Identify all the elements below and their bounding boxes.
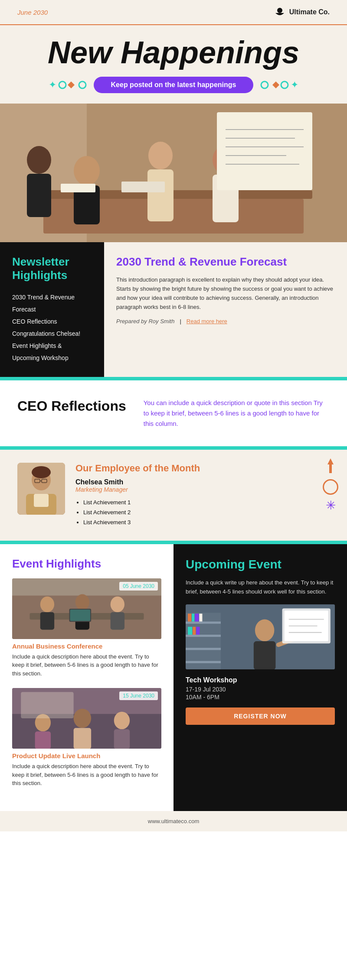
svg-rect-0 xyxy=(277,8,282,13)
event-desc-2: Include a quick description here about t… xyxy=(12,762,161,788)
list-item: CEO Reflections xyxy=(12,315,92,328)
upcoming-column: Upcoming Event Include a quick write up … xyxy=(174,544,347,811)
employee-deco: ✳ xyxy=(323,458,338,513)
svg-rect-48 xyxy=(70,610,91,621)
list-item: Event Highlights & xyxy=(12,340,92,352)
event-image-2: 15 June 2030 xyxy=(12,688,161,749)
deco-shapes-right xyxy=(259,80,289,90)
list-item: Upcoming Workshop xyxy=(12,352,92,364)
svg-point-12 xyxy=(27,146,51,174)
achievement-item: List Achievement 1 xyxy=(83,497,330,507)
upcoming-time: 10AM - 6PM xyxy=(186,694,335,701)
teal-divider-3 xyxy=(0,541,347,544)
svg-rect-64 xyxy=(186,661,221,663)
event-name-1: Annual Business Conference xyxy=(12,643,161,650)
svg-rect-42 xyxy=(40,612,54,630)
svg-rect-61 xyxy=(186,622,221,624)
employee-photo xyxy=(17,463,65,515)
employee-section: Our Employee of the Month Chelsea Smith … xyxy=(0,450,347,541)
hero-scene-svg xyxy=(0,104,347,242)
deco-left: ✦ xyxy=(49,79,88,91)
snowflake-left-icon: ✦ xyxy=(49,79,56,91)
svg-rect-62 xyxy=(186,635,221,637)
ceo-title: CEO Reflections xyxy=(17,398,126,414)
svg-point-41 xyxy=(40,596,54,612)
svg-rect-66 xyxy=(192,613,194,621)
register-button[interactable]: REGISTER NOW xyxy=(186,707,335,725)
upcoming-title: Upcoming Event xyxy=(186,557,335,572)
logo: Ultimate Co. xyxy=(274,6,330,18)
employee-role: Marketing Manager xyxy=(75,486,330,493)
svg-rect-46 xyxy=(111,612,124,630)
hero-title-section: New Happenings xyxy=(0,25,347,70)
deco-shapes-left xyxy=(58,80,88,90)
forecast-footer: Prepared by Roy Smith | Read more here xyxy=(116,318,335,325)
deco-arrow-icon xyxy=(324,458,337,476)
snowflake-right-icon: ✦ xyxy=(291,79,298,91)
svg-point-43 xyxy=(75,594,89,610)
event-date-2: 15 June 2030 xyxy=(119,691,158,700)
svg-rect-73 xyxy=(254,641,276,669)
tagline-pill: Keep posted on the latest happenings xyxy=(94,77,254,93)
svg-marker-5 xyxy=(272,81,279,88)
upcoming-event-name: Tech Workshop xyxy=(186,676,335,684)
svg-rect-32 xyxy=(34,494,49,507)
forecast-title: 2030 Trend & Revenue Forecast xyxy=(116,255,335,269)
read-more-link[interactable]: Read more here xyxy=(187,318,227,325)
svg-point-6 xyxy=(281,81,288,88)
footer: www.ultimateco.com xyxy=(0,811,347,831)
event-image-1: 05 June 2030 xyxy=(12,578,161,639)
hero-title: New Happenings xyxy=(17,36,330,70)
forecast-body: This introduction paragraph is excellent… xyxy=(116,276,335,312)
employee-month-title: Our Employee of the Month xyxy=(75,463,330,474)
news-forecast-section: Newsletter Highlights 2030 Trend & Reven… xyxy=(0,242,347,376)
svg-point-45 xyxy=(111,596,124,612)
svg-point-53 xyxy=(74,709,91,728)
deco-circle-icon xyxy=(323,479,338,495)
svg-rect-21 xyxy=(121,182,165,192)
events-column: Event Highlights xyxy=(0,544,174,811)
svg-rect-65 xyxy=(188,613,191,621)
svg-rect-57 xyxy=(21,692,73,719)
svg-rect-68 xyxy=(199,613,202,621)
teal-divider xyxy=(0,377,347,380)
ceo-body: You can include a quick description or q… xyxy=(144,398,330,429)
workshop-scene xyxy=(186,604,335,669)
svg-rect-52 xyxy=(35,732,51,749)
bottom-sections: Event Highlights xyxy=(0,544,347,811)
ceo-section: CEO Reflections You can include a quick … xyxy=(0,380,347,446)
svg-rect-69 xyxy=(188,627,192,635)
svg-rect-56 xyxy=(114,730,130,749)
events-title: Event Highlights xyxy=(12,557,161,571)
svg-point-14 xyxy=(74,156,100,185)
svg-marker-36 xyxy=(327,458,334,464)
svg-rect-37 xyxy=(329,464,332,473)
teal-divider-2 xyxy=(0,446,347,450)
event-date-1: 05 June 2030 xyxy=(119,582,158,591)
employee-portrait-svg xyxy=(17,463,65,515)
logo-icon xyxy=(274,6,286,18)
svg-point-72 xyxy=(255,619,275,641)
svg-rect-13 xyxy=(27,174,51,217)
employee-name: Chelsea Smith xyxy=(75,478,330,486)
newsletter-column: Newsletter Highlights 2030 Trend & Reven… xyxy=(0,242,104,376)
list-item: Congratulations Chelsea! xyxy=(12,328,92,340)
achievement-item: List Achievement 2 xyxy=(83,507,330,517)
employee-achievements: List Achievement 1 List Achievement 2 Li… xyxy=(75,497,330,528)
event-item-1: 05 June 2030 Annual Business Conference … xyxy=(12,578,161,678)
deco-right-tag: ✦ xyxy=(259,79,298,91)
svg-rect-70 xyxy=(193,627,196,635)
svg-rect-63 xyxy=(186,648,221,650)
svg-point-30 xyxy=(32,466,51,478)
svg-point-3 xyxy=(79,81,86,88)
upcoming-event-image xyxy=(186,604,335,669)
svg-rect-17 xyxy=(147,169,174,221)
svg-marker-2 xyxy=(68,81,75,88)
svg-point-4 xyxy=(261,81,268,88)
svg-rect-54 xyxy=(74,728,91,749)
svg-rect-71 xyxy=(196,627,200,635)
list-item: 2030 Trend & Revenue Forecast xyxy=(12,291,92,315)
svg-point-55 xyxy=(114,712,130,729)
achievement-item: List Achievement 3 xyxy=(83,517,330,527)
event-name-2: Product Update Live Launch xyxy=(12,752,161,759)
